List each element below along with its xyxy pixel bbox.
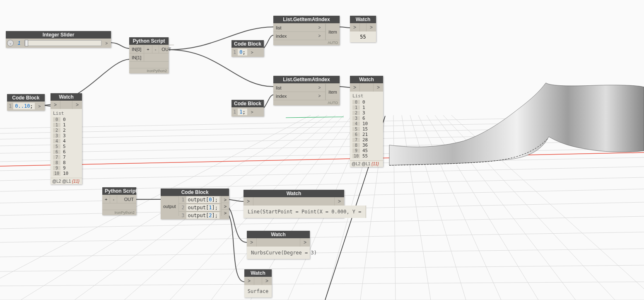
remove-input-button[interactable]: - xyxy=(152,45,159,53)
line-number: 1 xyxy=(233,49,236,55)
input-port-1[interactable]: IN[1] xyxy=(129,53,144,61)
input-port-list[interactable]: list> xyxy=(273,23,326,31)
remove-input-button[interactable]: - xyxy=(110,195,117,203)
code-line[interactable]: 2output[1]; xyxy=(179,203,221,211)
code-text[interactable]: 0; xyxy=(238,49,247,56)
input-port-0[interactable]: IN[0] xyxy=(129,45,144,53)
add-input-button[interactable]: + xyxy=(144,45,152,53)
node-title: Python Script xyxy=(102,187,136,195)
output-port[interactable]: > xyxy=(103,41,110,46)
node-title: List.GetItemAtIndex xyxy=(273,76,340,83)
list-item: 22 xyxy=(53,128,80,133)
svg-line-5 xyxy=(0,216,644,229)
input-port[interactable]: > xyxy=(244,277,254,285)
list-item: 55 xyxy=(53,144,80,149)
node-title: Code Block xyxy=(161,189,229,196)
svg-line-2 xyxy=(0,265,644,271)
node-title: Code Block xyxy=(232,100,264,107)
input-port[interactable]: > xyxy=(51,101,60,109)
svg-line-27 xyxy=(393,115,396,300)
node-python-script-1[interactable]: Python Script IN[0] + - OUT IN[1] IronPy… xyxy=(129,37,169,73)
output-port[interactable]: OUT xyxy=(117,195,136,203)
watch-value: 55 xyxy=(350,31,376,42)
watch-footer: @L2 @L1 {11} xyxy=(51,178,82,184)
output-port[interactable]: > xyxy=(249,110,256,114)
output-port[interactable]: > xyxy=(334,197,344,206)
list-item: 33 xyxy=(53,133,80,138)
input-port-output[interactable]: output xyxy=(161,196,179,216)
node-watch-55[interactable]: Watch > > 55 xyxy=(350,16,376,42)
line-number: 1 xyxy=(233,109,236,115)
geometry-surface xyxy=(389,83,644,165)
node-title: Watch xyxy=(244,269,272,277)
line-number: 1 xyxy=(9,103,12,109)
node-code-block-one[interactable]: Code Block 1 1; > xyxy=(232,100,264,116)
node-watch-triangular[interactable]: Watch > > List 0011233641051562172883694… xyxy=(350,76,383,167)
code-text[interactable]: 1; xyxy=(238,109,247,115)
node-integer-slider[interactable]: Integer Slider ⌄ 1 > xyxy=(6,31,111,48)
input-port[interactable]: > xyxy=(244,197,253,206)
lacing-label: AUTO xyxy=(273,100,340,105)
output-port-1[interactable]: > xyxy=(221,203,229,209)
output-port-item[interactable]: item xyxy=(326,83,340,100)
input-port[interactable]: > xyxy=(247,238,257,247)
code-line[interactable]: 1output[0]; xyxy=(179,196,221,203)
code-line[interactable]: 3output[2]; xyxy=(179,211,221,219)
node-get-item-2[interactable]: List.GetItemAtIndex list> index> item AU… xyxy=(273,76,340,105)
node-code-block-range[interactable]: Code Block 1 0..10; > xyxy=(7,94,45,111)
watch-content: List 001122334455667788991010 xyxy=(51,109,82,178)
list-item: 00 xyxy=(53,117,80,122)
input-port-index[interactable]: index> xyxy=(273,31,326,40)
node-watch-nurbs[interactable]: Watch > > NurbsCurve(Degree = 3) xyxy=(247,231,310,259)
output-port[interactable]: > xyxy=(373,83,383,92)
output-port-item[interactable]: item xyxy=(326,23,340,40)
input-port[interactable]: > xyxy=(350,83,360,92)
engine-label: IronPython2 xyxy=(102,210,136,215)
svg-line-28 xyxy=(402,115,431,300)
list-item: 515 xyxy=(352,126,381,132)
add-input-button[interactable]: + xyxy=(102,195,110,203)
node-watch-range[interactable]: Watch > > List 001122334455667788991010 … xyxy=(51,93,82,184)
node-get-item-1[interactable]: List.GetItemAtIndex list> index> item AU… xyxy=(273,16,340,45)
output-port[interactable]: > xyxy=(72,101,82,109)
output-port[interactable]: > xyxy=(300,238,310,247)
node-watch-line[interactable]: Watch > > Line(StartPoint = Point(X = 0.… xyxy=(244,190,344,218)
output-port[interactable]: > xyxy=(36,104,43,109)
list-item: 621 xyxy=(352,132,381,137)
node-title: Python Script xyxy=(129,37,169,45)
list-item: 1055 xyxy=(352,153,381,159)
scrollbar[interactable] xyxy=(366,206,366,218)
node-code-block-zero[interactable]: Code Block 1 0; > xyxy=(232,40,264,57)
list-item: 66 xyxy=(53,149,80,155)
node-title: Watch xyxy=(350,76,383,83)
node-watch-surface[interactable]: Watch > > Surface xyxy=(244,269,272,298)
output-port[interactable]: > xyxy=(249,50,256,55)
output-port[interactable]: > xyxy=(366,23,376,31)
node-title: Integer Slider xyxy=(6,31,111,39)
list-item: 88 xyxy=(53,160,80,165)
node-python-script-2[interactable]: Python Script + - OUT IronPython2 xyxy=(102,187,136,215)
list-item: 945 xyxy=(352,148,381,153)
node-title: Code Block xyxy=(7,94,45,102)
svg-line-4 xyxy=(0,232,644,242)
list-item: 1010 xyxy=(53,171,80,176)
output-port-2[interactable]: > xyxy=(221,209,229,216)
chevron-down-icon[interactable]: ⌄ xyxy=(7,40,14,46)
list-item: 36 xyxy=(352,116,381,121)
svg-line-12 xyxy=(0,141,644,153)
watch-footer: @L2 @L1 {11} xyxy=(350,160,383,167)
input-port-index[interactable]: index> xyxy=(273,92,326,100)
slider-thumb[interactable] xyxy=(25,40,28,46)
list-item: 410 xyxy=(352,121,381,126)
input-port-list[interactable]: list> xyxy=(273,83,326,92)
slider-track[interactable] xyxy=(24,40,101,46)
node-title: List.GetItemAtIndex xyxy=(273,16,340,23)
code-text[interactable]: 0..10; xyxy=(13,103,34,109)
node-code-block-output[interactable]: Code Block output 1output[0];2output[1];… xyxy=(161,189,229,219)
engine-label: IronPython2 xyxy=(129,68,169,73)
input-port[interactable]: > xyxy=(350,23,360,31)
output-port[interactable]: > xyxy=(262,277,272,285)
output-port[interactable]: OUT xyxy=(159,45,174,53)
lacing-label: AUTO xyxy=(273,40,340,45)
output-port-0[interactable]: > xyxy=(221,196,229,203)
